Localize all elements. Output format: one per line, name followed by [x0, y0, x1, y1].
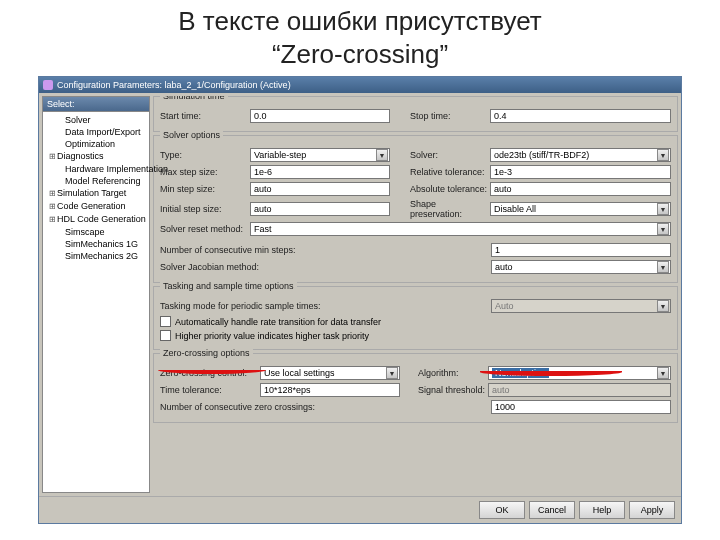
- init-step-label: Initial step size:: [160, 204, 250, 214]
- sidebar-item-solver[interactable]: Solver: [43, 114, 149, 126]
- tasking-mode-label: Tasking mode for periodic sample times:: [160, 301, 350, 311]
- chevron-down-icon: ▼: [386, 367, 398, 379]
- jacobian-select[interactable]: auto▼: [491, 260, 671, 274]
- zc-algo-select[interactable]: Nonadaptive▼: [488, 366, 671, 380]
- abs-tol-label: Absolute tolerance:: [410, 184, 490, 194]
- shape-label: Shape preservation:: [410, 199, 490, 219]
- abs-tol-input[interactable]: auto: [490, 182, 671, 196]
- sidebar: Select: Solver Data Import/Export Optimi…: [42, 96, 150, 493]
- dialog-footer: OK Cancel Help Apply: [39, 496, 681, 523]
- chevron-down-icon: ▼: [657, 203, 669, 215]
- higher-priority-checkbox[interactable]: Higher priority value indicates higher t…: [160, 330, 671, 341]
- sidebar-item-data-import-export[interactable]: Data Import/Export: [43, 126, 149, 138]
- stop-time-input[interactable]: 0.4: [490, 109, 671, 123]
- time-tol-label: Time tolerance:: [160, 385, 260, 395]
- consec-zc-label: Number of consecutive zero crossings:: [160, 402, 350, 412]
- chevron-down-icon: ▼: [657, 223, 669, 235]
- tree-expand-icon[interactable]: ⊞: [49, 188, 57, 200]
- stop-time-label: Stop time:: [410, 111, 490, 121]
- sidebar-item-code-generation[interactable]: ⊞Code Generation: [43, 200, 149, 213]
- tasking-mode-select[interactable]: Auto▼: [491, 299, 671, 313]
- app-icon: [43, 80, 53, 90]
- group-tasking: Tasking and sample time options Tasking …: [153, 286, 678, 350]
- group-solver-options: Solver options Type: Variable-step▼ Solv…: [153, 135, 678, 283]
- group-title: Simulation time: [160, 96, 228, 101]
- sidebar-item-hardware-implementation[interactable]: Hardware Implementation: [43, 163, 149, 175]
- consec-min-steps-input[interactable]: 1: [491, 243, 671, 257]
- type-label: Type:: [160, 150, 250, 160]
- help-button[interactable]: Help: [579, 501, 625, 519]
- page-headline-1: В тексте ошибки присутствует: [0, 0, 720, 39]
- start-time-label: Start time:: [160, 111, 250, 121]
- nav-tree[interactable]: Solver Data Import/Export Optimization ⊞…: [42, 112, 150, 493]
- solver-select[interactable]: ode23tb (stiff/TR-BDF2)▼: [490, 148, 671, 162]
- rel-tol-label: Relative tolerance:: [410, 167, 490, 177]
- checkbox-icon: [160, 316, 171, 327]
- main-pane: Simulation time Start time: 0.0 Stop tim…: [153, 96, 678, 493]
- page-headline-2: “Zero-crossing”: [0, 39, 720, 70]
- consec-min-steps-label: Number of consecutive min steps:: [160, 245, 310, 255]
- tree-expand-icon[interactable]: ⊞: [49, 201, 57, 213]
- solver-label: Solver:: [410, 150, 490, 160]
- zc-control-label: Zero-crossing control:: [160, 368, 260, 378]
- sidebar-item-simulation-target[interactable]: ⊞Simulation Target: [43, 187, 149, 200]
- window-title: Configuration Parameters: laba_2_1/Confi…: [57, 80, 291, 90]
- group-title: Solver options: [160, 130, 223, 140]
- zc-algo-label: Algorithm:: [418, 368, 488, 378]
- tree-expand-icon[interactable]: ⊞: [49, 214, 57, 226]
- auto-rate-checkbox[interactable]: Automatically handle rate transition for…: [160, 316, 671, 327]
- min-step-input[interactable]: auto: [250, 182, 390, 196]
- sidebar-item-hdl-code-generation[interactable]: ⊞HDL Code Generation: [43, 213, 149, 226]
- max-step-label: Max step size:: [160, 167, 250, 177]
- zc-control-select[interactable]: Use local settings▼: [260, 366, 400, 380]
- sig-thresh-input: auto: [488, 383, 671, 397]
- group-title: Zero-crossing options: [160, 348, 253, 358]
- cancel-button[interactable]: Cancel: [529, 501, 575, 519]
- group-simulation-time: Simulation time Start time: 0.0 Stop tim…: [153, 96, 678, 132]
- sidebar-item-simmechanics-2g[interactable]: SimMechanics 2G: [43, 250, 149, 262]
- group-title: Tasking and sample time options: [160, 281, 297, 291]
- shape-select[interactable]: Disable All▼: [490, 202, 671, 216]
- group-zero-crossing: Zero-crossing options Zero-crossing cont…: [153, 353, 678, 423]
- sig-thresh-label: Signal threshold:: [418, 385, 488, 395]
- sidebar-item-diagnostics[interactable]: ⊞Diagnostics: [43, 150, 149, 163]
- checkbox-icon: [160, 330, 171, 341]
- reset-select[interactable]: Fast▼: [250, 222, 671, 236]
- sidebar-select-header: Select:: [42, 96, 150, 112]
- sidebar-item-simscape[interactable]: Simscape: [43, 226, 149, 238]
- chevron-down-icon: ▼: [657, 261, 669, 273]
- type-select[interactable]: Variable-step▼: [250, 148, 390, 162]
- config-window: Configuration Parameters: laba_2_1/Confi…: [38, 76, 682, 524]
- sidebar-item-simmechanics-1g[interactable]: SimMechanics 1G: [43, 238, 149, 250]
- time-tol-input[interactable]: 10*128*eps: [260, 383, 400, 397]
- chevron-down-icon: ▼: [376, 149, 388, 161]
- titlebar: Configuration Parameters: laba_2_1/Confi…: [39, 77, 681, 93]
- reset-label: Solver reset method:: [160, 224, 250, 234]
- init-step-input[interactable]: auto: [250, 202, 390, 216]
- min-step-label: Min step size:: [160, 184, 250, 194]
- ok-button[interactable]: OK: [479, 501, 525, 519]
- sidebar-item-model-referencing[interactable]: Model Referencing: [43, 175, 149, 187]
- rel-tol-input[interactable]: 1e-3: [490, 165, 671, 179]
- apply-button[interactable]: Apply: [629, 501, 675, 519]
- chevron-down-icon: ▼: [657, 149, 669, 161]
- chevron-down-icon: ▼: [657, 367, 669, 379]
- jacobian-label: Solver Jacobian method:: [160, 262, 310, 272]
- consec-zc-input[interactable]: 1000: [491, 400, 671, 414]
- start-time-input[interactable]: 0.0: [250, 109, 390, 123]
- chevron-down-icon: ▼: [657, 300, 669, 312]
- max-step-input[interactable]: 1e-6: [250, 165, 390, 179]
- sidebar-item-optimization[interactable]: Optimization: [43, 138, 149, 150]
- tree-expand-icon[interactable]: ⊞: [49, 151, 57, 163]
